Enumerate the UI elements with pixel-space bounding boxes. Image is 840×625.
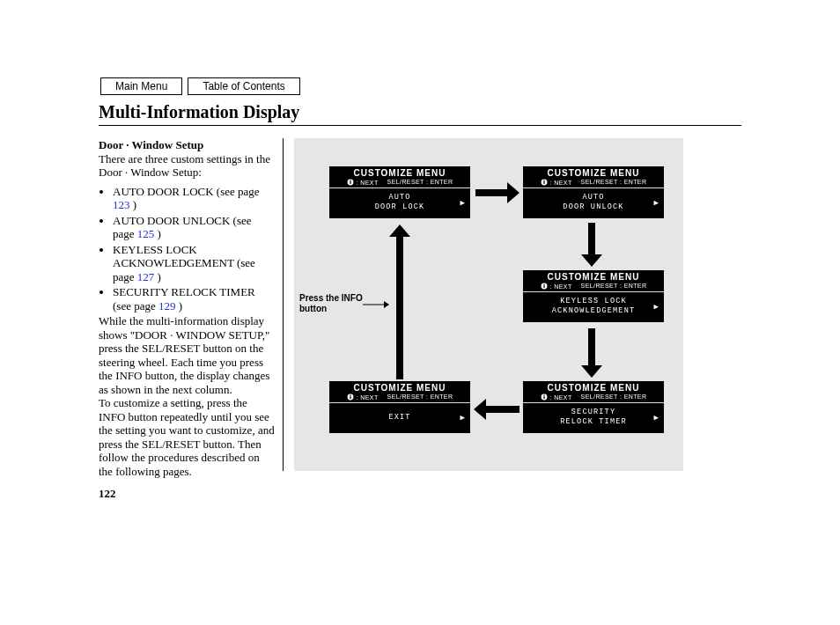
list-item: AUTO DOOR UNLOCK (see page 125 ) xyxy=(113,214,275,241)
page-number: 122 xyxy=(99,487,741,501)
settings-list: AUTO DOOR LOCK (see page 123 ) AUTO DOOR… xyxy=(99,185,275,313)
intro-text: There are three custom settings in the D… xyxy=(99,152,275,180)
svg-point-8 xyxy=(543,283,544,284)
menu-screen-security-relock-timer: CUSTOMIZE MENU : NEXT SEL/RESET : ENTER … xyxy=(523,381,664,433)
svg-point-11 xyxy=(543,394,544,395)
table-of-contents-button[interactable]: Table of Contents xyxy=(188,77,299,95)
thin-arrow-right-icon xyxy=(363,297,389,312)
screen-subheader: : NEXT SEL/RESET : ENTER xyxy=(329,179,470,188)
menu-screen-keyless-lock-ack: CUSTOMIZE MENU : NEXT SEL/RESET : ENTER … xyxy=(523,270,664,322)
arrow-down-icon xyxy=(581,328,602,381)
info-icon: : NEXT xyxy=(347,393,379,401)
page-title: Multi-Information Display xyxy=(99,102,741,122)
menu-screen-auto-door-lock: CUSTOMIZE MENU : NEXT SEL/RESET : ENTER … xyxy=(329,166,470,218)
chevron-right-icon: ▶ xyxy=(653,414,659,423)
svg-rect-17 xyxy=(588,223,595,254)
page-link[interactable]: 123 xyxy=(113,198,130,211)
info-icon: : NEXT xyxy=(347,179,379,186)
page-title-row: Multi-Information Display xyxy=(99,102,741,126)
screen-header: CUSTOMIZE MENU xyxy=(329,166,470,179)
chevron-right-icon: ▶ xyxy=(460,199,466,209)
svg-marker-18 xyxy=(581,254,602,267)
svg-rect-15 xyxy=(475,189,507,196)
flow-diagram: CUSTOMIZE MENU : NEXT SEL/RESET : ENTER … xyxy=(294,138,683,471)
arrow-down-icon xyxy=(581,223,602,270)
svg-rect-1 xyxy=(350,181,350,184)
svg-point-5 xyxy=(543,180,544,180)
svg-point-2 xyxy=(350,180,350,180)
left-column: Door · Window Setup There are three cust… xyxy=(99,138,275,478)
svg-rect-7 xyxy=(543,285,544,288)
nav-button-row: Main Menu Table of Contents xyxy=(100,77,741,95)
svg-rect-10 xyxy=(543,396,544,399)
list-item: KEYLESS LOCK ACKNOWLEDGEMENT (see page 1… xyxy=(113,243,275,284)
info-note: Press the INFO button xyxy=(299,293,363,314)
svg-rect-24 xyxy=(396,237,403,379)
svg-rect-4 xyxy=(543,181,544,184)
svg-rect-19 xyxy=(588,328,595,365)
arrow-up-icon xyxy=(389,224,410,383)
paragraph: While the multi-information display show… xyxy=(99,314,275,396)
chevron-right-icon: ▶ xyxy=(653,199,659,209)
svg-marker-23 xyxy=(389,224,410,237)
info-icon: : NEXT xyxy=(541,283,572,290)
svg-point-14 xyxy=(350,394,350,395)
svg-rect-22 xyxy=(486,406,519,413)
chevron-right-icon: ▶ xyxy=(460,414,466,423)
list-item: AUTO DOOR LOCK (see page 123 ) xyxy=(113,185,275,212)
svg-marker-21 xyxy=(474,399,486,420)
arrow-right-icon xyxy=(475,182,519,207)
svg-marker-20 xyxy=(581,365,602,378)
arrow-left-icon xyxy=(474,399,519,423)
info-icon: : NEXT xyxy=(541,179,572,186)
menu-screen-exit: CUSTOMIZE MENU : NEXT SEL/RESET : ENTER … xyxy=(329,381,470,433)
info-icon: : NEXT xyxy=(541,393,572,401)
svg-rect-13 xyxy=(350,396,350,399)
list-item: SECURITY RELOCK TIMER (see page 129 ) xyxy=(113,285,275,312)
main-menu-button[interactable]: Main Menu xyxy=(100,77,182,95)
menu-screen-auto-door-unlock: CUSTOMIZE MENU : NEXT SEL/RESET : ENTER … xyxy=(523,166,664,218)
svg-marker-16 xyxy=(507,182,519,203)
svg-marker-26 xyxy=(384,301,389,308)
section-subhead: Door · Window Setup xyxy=(99,138,203,151)
page-link[interactable]: 127 xyxy=(137,270,155,283)
page-link[interactable]: 125 xyxy=(137,227,155,240)
paragraph: To customize a setting, press the INFO b… xyxy=(99,396,275,478)
chevron-right-icon: ▶ xyxy=(653,303,659,312)
page-link[interactable]: 129 xyxy=(158,299,176,312)
